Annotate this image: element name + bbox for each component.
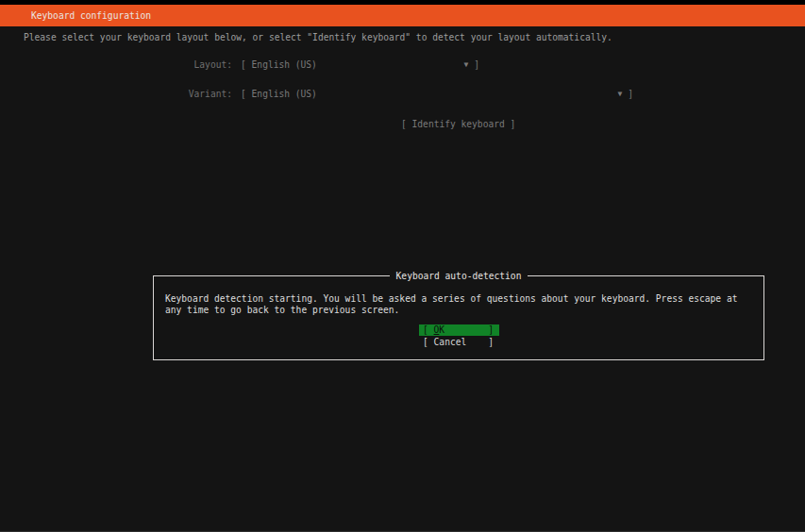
close-bracket: ]	[488, 337, 494, 348]
chevron-down-icon: ▼	[618, 89, 623, 100]
identify-keyboard-button[interactable]: [ Identify keyboard ]	[401, 119, 515, 130]
layout-row: Layout: [ English (US) ▼ ]	[0, 59, 805, 71]
instruction-text: Please select your keyboard layout below…	[24, 32, 612, 43]
keyboard-autodetection-dialog: Keyboard auto-detection Keyboard detecti…	[153, 276, 764, 360]
open-bracket: [	[423, 324, 428, 336]
layout-dropdown[interactable]: [ English (US) ▼ ]	[241, 59, 479, 71]
title-line-right	[528, 275, 764, 276]
close-bracket: ]	[628, 89, 633, 100]
dialog-title-row: Keyboard auto-detection	[153, 270, 764, 282]
close-bracket: ]	[474, 59, 479, 71]
variant-label: Variant:	[0, 89, 232, 100]
open-bracket: [	[241, 89, 246, 100]
close-bracket: ]	[488, 324, 494, 336]
chevron-down-icon: ▼	[464, 59, 469, 71]
title-line-left	[153, 275, 390, 276]
dialog-body: Keyboard detection starting. You will be…	[165, 293, 756, 316]
layout-dropdown-value: English (US)	[252, 59, 317, 71]
cancel-button-label: Cancel	[434, 337, 467, 348]
dialog-body-line: any time to go back to the previous scre…	[165, 305, 756, 316]
variant-dropdown[interactable]: [ English (US) ▼ ]	[241, 89, 633, 100]
installer-screen: Keyboard configuration Please select you…	[0, 0, 805, 532]
open-bracket: [	[423, 337, 428, 348]
ok-button[interactable]: [ OK ]	[419, 324, 499, 336]
variant-dropdown-value: English (US)	[252, 89, 317, 100]
variant-row: Variant: [ English (US) ▼ ]	[0, 89, 805, 100]
header-bar: Keyboard configuration	[0, 5, 805, 26]
ok-button-label: OK	[434, 324, 445, 336]
open-bracket: [	[241, 59, 246, 71]
dialog-title: Keyboard auto-detection	[390, 271, 528, 282]
dialog-body-line: Keyboard detection starting. You will be…	[165, 293, 756, 305]
layout-label: Layout:	[0, 59, 232, 71]
cancel-button[interactable]: [ Cancel ]	[419, 337, 499, 348]
page-title: Keyboard configuration	[31, 10, 151, 22]
